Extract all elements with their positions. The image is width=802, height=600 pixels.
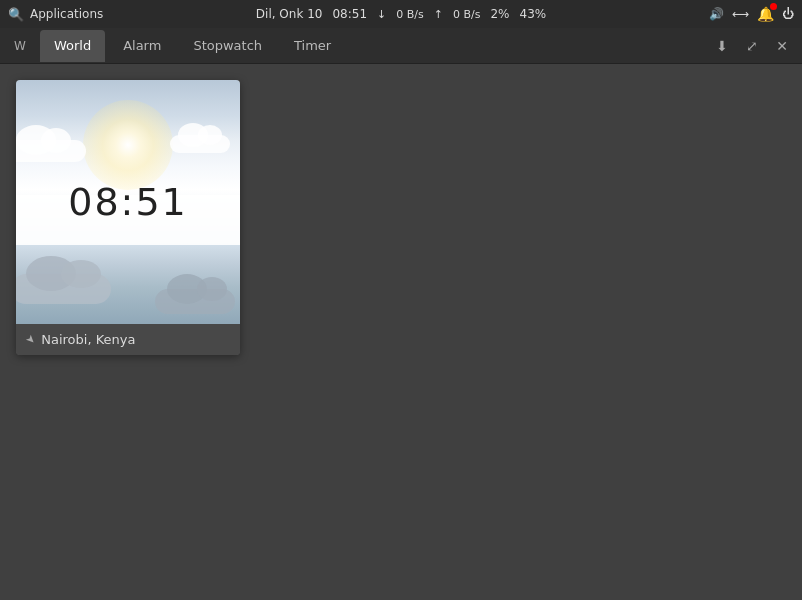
notification-badge bbox=[770, 3, 777, 10]
upload-arrow-icon: ↑ bbox=[434, 8, 443, 21]
battery-level: 43% bbox=[520, 7, 547, 21]
tab-alarm[interactable]: Alarm bbox=[109, 30, 175, 62]
cloud-bottom-2 bbox=[155, 289, 235, 314]
location-row: ➤ Nairobi, Kenya bbox=[16, 324, 240, 355]
window-short-title: W bbox=[8, 35, 32, 57]
user-date: Dil, Onk 10 bbox=[256, 7, 323, 21]
sun-glow bbox=[83, 100, 173, 190]
download-arrow-icon: ↓ bbox=[377, 8, 386, 21]
cpu-usage: 2% bbox=[490, 7, 509, 21]
system-bar: 🔍 Applications Dil, Onk 10 08:51 ↓ 0 B/s… bbox=[0, 0, 802, 28]
location-icon: ➤ bbox=[23, 332, 39, 348]
tab-bar: W World Alarm Stopwatch Timer ⬇ ⤢ ✕ bbox=[0, 28, 802, 64]
tab-stopwatch[interactable]: Stopwatch bbox=[179, 30, 276, 62]
content-area: 08:51 ➤ Nairobi, Kenya bbox=[0, 64, 802, 600]
download-speed: 0 B/s bbox=[396, 8, 423, 21]
system-bar-right: 🔊 ⟷ 🔔 ⏻ bbox=[554, 6, 794, 22]
upload-speed: 0 B/s bbox=[453, 8, 480, 21]
clock-card: 08:51 ➤ Nairobi, Kenya bbox=[16, 80, 240, 355]
cloud-1 bbox=[16, 140, 86, 162]
volume-icon[interactable]: 🔊 bbox=[709, 7, 724, 21]
location-label: Nairobi, Kenya bbox=[41, 332, 135, 347]
search-icon: 🔍 bbox=[8, 6, 24, 22]
tab-world[interactable]: World bbox=[40, 30, 105, 62]
system-bar-left: 🔍 Applications bbox=[8, 6, 248, 22]
tab-timer[interactable]: Timer bbox=[280, 30, 345, 62]
close-button[interactable]: ✕ bbox=[770, 34, 794, 58]
cloud-bottom-1 bbox=[16, 274, 111, 304]
clock-image: 08:51 bbox=[16, 80, 240, 324]
cloud-2 bbox=[170, 135, 230, 153]
network-icon[interactable]: ⟷ bbox=[732, 7, 749, 21]
applications-label[interactable]: Applications bbox=[30, 7, 103, 21]
notification-bell-icon[interactable]: 🔔 bbox=[757, 6, 774, 22]
app-window: W World Alarm Stopwatch Timer ⬇ ⤢ ✕ bbox=[0, 28, 802, 600]
system-bar-center: Dil, Onk 10 08:51 ↓ 0 B/s ↑ 0 B/s 2% 43% bbox=[256, 7, 546, 21]
power-icon[interactable]: ⏻ bbox=[782, 7, 794, 21]
window-actions: ⬇ ⤢ ✕ bbox=[710, 34, 794, 58]
system-time: 08:51 bbox=[332, 7, 367, 21]
download-button[interactable]: ⬇ bbox=[710, 34, 734, 58]
expand-button[interactable]: ⤢ bbox=[740, 34, 764, 58]
clock-time-display: 08:51 bbox=[68, 180, 188, 224]
